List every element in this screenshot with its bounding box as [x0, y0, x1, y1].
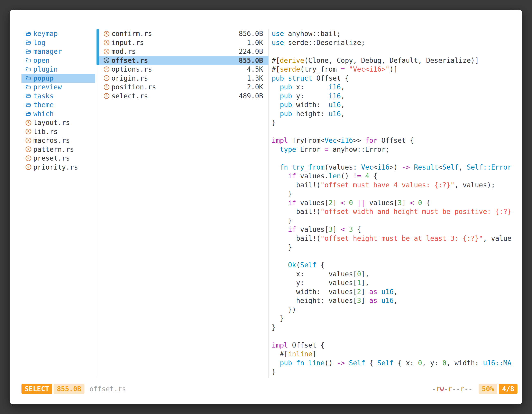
folder-icon — [26, 75, 31, 81]
dir-item-theme[interactable]: theme — [21, 100, 95, 109]
rust-file-icon: R — [26, 155, 31, 161]
item-name: mod.rs — [111, 48, 136, 55]
folder-icon — [26, 49, 31, 54]
code-line: pub fn line() -> Self { Self { x: 0, y: … — [272, 359, 516, 367]
status-left: SELECT 855.0B offset.rs — [21, 384, 126, 394]
dir-item-preview[interactable]: preview — [21, 83, 95, 92]
file-item-macros-rs[interactable]: Rmacros.rs — [21, 136, 95, 145]
folder-icon — [26, 111, 31, 116]
item-name: lib.rs — [33, 128, 58, 136]
file-item-select-rs[interactable]: Rselect.rs489.0B — [99, 92, 268, 101]
file-item-confirm-rs[interactable]: Rconfirm.rs856.0B — [99, 29, 268, 38]
dir-item-open[interactable]: open — [21, 56, 95, 65]
item-name: log — [33, 39, 46, 47]
file-permissions: -rw-r--r-- — [432, 385, 473, 393]
code-line: }) — [272, 305, 516, 314]
file-item-priority-rs[interactable]: Rpriority.rs — [21, 163, 95, 172]
item-name: macros.rs — [33, 136, 70, 144]
item-name: confirm.rs — [111, 30, 152, 38]
code-line: pub y: i16, — [272, 92, 516, 101]
item-size: 4.5K — [247, 65, 263, 73]
parent-pane: keymaplogmanageropenpluginpopuppreviewta… — [21, 29, 95, 172]
file-item-position-rs[interactable]: Rposition.rs2.0K — [99, 83, 268, 92]
file-size-badge: 855.0B — [54, 384, 85, 394]
dir-item-manager[interactable]: manager — [21, 47, 95, 56]
file-item-preset-rs[interactable]: Rpreset.rs — [21, 154, 95, 163]
item-name: which — [33, 110, 54, 118]
separator-parent-current — [97, 29, 97, 378]
status-bar: SELECT 855.0B offset.rs -rw-r--r-- 50% 4… — [21, 384, 517, 394]
file-item-mod-rs[interactable]: Rmod.rs224.0B — [99, 47, 268, 56]
scroll-percent-badge: 50% — [479, 384, 497, 394]
code-line: if values.len() != 4 { — [272, 172, 516, 181]
separator-current-preview — [268, 29, 269, 378]
file-item-options-rs[interactable]: Roptions.rs4.5K — [99, 65, 268, 74]
item-name: origin.rs — [111, 74, 148, 82]
file-manager-window: keymaplogmanageropenpluginpopuppreviewta… — [10, 10, 522, 404]
file-item-input-rs[interactable]: Rinput.rs1.0K — [99, 38, 268, 47]
code-line: y: values[1], — [272, 278, 516, 287]
code-line: pub x: i16, — [272, 83, 516, 92]
item-size: 2.0K — [247, 83, 263, 91]
item-size: 856.0B — [239, 30, 263, 38]
code-preview-pane: use anyhow::bail;use serde::Deserialize;… — [272, 29, 516, 378]
code-line: impl Offset { — [272, 341, 516, 350]
code-line: fn try_from(values: Vec<i16>) -> Result<… — [272, 163, 516, 172]
scrollbar-thumb[interactable] — [96, 29, 99, 65]
item-name: preview — [33, 83, 62, 91]
code-line: type Error = anyhow::Error; — [272, 145, 516, 154]
rust-file-icon: R — [26, 120, 31, 125]
file-item-layout-rs[interactable]: Rlayout.rs — [21, 118, 95, 127]
item-name: input.rs — [111, 39, 144, 47]
code-line: } — [272, 367, 516, 376]
rust-file-icon: R — [104, 67, 109, 72]
code-line: #[inline] — [272, 350, 516, 359]
file-item-offset-rs[interactable]: Roffset.rs855.0B — [99, 56, 268, 65]
item-size: 489.0B — [239, 92, 263, 100]
rust-file-icon: R — [26, 146, 31, 152]
dir-item-popup[interactable]: popup — [21, 74, 95, 83]
dir-item-log[interactable]: log — [21, 38, 95, 47]
folder-icon — [26, 58, 31, 63]
rust-file-icon: R — [104, 58, 109, 63]
rust-file-icon: R — [104, 75, 109, 81]
folder-icon — [26, 31, 31, 37]
item-name: position.rs — [111, 83, 156, 91]
code-line: use serde::Deserialize; — [272, 38, 516, 47]
item-name: manager — [33, 48, 62, 55]
file-item-pattern-rs[interactable]: Rpattern.rs — [21, 145, 95, 154]
code-line: pub struct Offset { — [272, 74, 516, 83]
code-line: bail!("offset width and height must be p… — [272, 207, 516, 216]
dir-item-tasks[interactable]: tasks — [21, 92, 95, 101]
folder-icon — [26, 84, 31, 90]
code-line: } — [272, 216, 516, 225]
rust-file-icon: R — [104, 93, 109, 99]
code-line: height: values[3] as u16, — [272, 296, 516, 305]
code-line: } — [272, 323, 516, 332]
code-line: Ok(Self { — [272, 260, 516, 270]
current-pane: Rconfirm.rs856.0BRinput.rs1.0KRmod.rs224… — [99, 29, 268, 100]
dir-item-plugin[interactable]: plugin — [21, 65, 95, 74]
folder-icon — [26, 93, 31, 99]
code-line: bail!("offset must have 4 values: {:?}",… — [272, 181, 516, 190]
file-item-origin-rs[interactable]: Rorigin.rs1.3K — [99, 74, 268, 83]
code-line: bail!("offset height must be at least 3:… — [272, 234, 516, 243]
item-name: options.rs — [111, 65, 152, 73]
rust-file-icon: R — [26, 138, 31, 143]
code-line: impl TryFrom<Vec<i16>> for Offset { — [272, 136, 516, 145]
item-name: tasks — [33, 92, 54, 100]
item-name: popup — [33, 74, 54, 82]
dir-item-which[interactable]: which — [21, 109, 95, 118]
cursor-position-badge: 4/8 — [499, 384, 517, 394]
code-line: width: values[2] as u16, — [272, 287, 516, 296]
code-line — [272, 252, 516, 261]
code-line — [272, 154, 516, 163]
dir-item-keymap[interactable]: keymap — [21, 29, 95, 38]
item-name: keymap — [33, 30, 58, 38]
item-name: pattern.rs — [33, 145, 74, 154]
mode-badge: SELECT — [21, 384, 52, 394]
file-item-lib-rs[interactable]: Rlib.rs — [21, 127, 95, 136]
item-name: open — [33, 57, 49, 64]
code-line — [272, 127, 516, 136]
status-right: -rw-r--r-- 50% 4/8 — [432, 384, 517, 394]
